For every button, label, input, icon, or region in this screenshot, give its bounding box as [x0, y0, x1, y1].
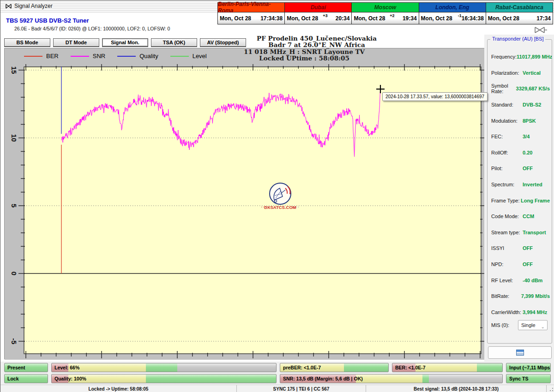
- satellite-dish-icon: [533, 25, 548, 35]
- transponder-row: FEC:3/4: [491, 129, 550, 145]
- clock-date: Mon, Oct 28: [488, 15, 519, 22]
- transponder-row: RF Level:-40 dBm: [491, 272, 550, 288]
- meter-view-icon: [516, 350, 524, 356]
- lock-meter: Lock: [4, 374, 48, 383]
- clock-dubai: Dubai Mon, Oct 28 +3 20:34: [285, 3, 352, 24]
- meter-area: Present Level: 66% preBER: <1.0E-7 BER: …: [0, 362, 554, 385]
- clock-city-label: Dubai: [285, 3, 351, 12]
- status-best-signal: Best signal: 13,5 dB (2024-10-28 17:33): [366, 385, 547, 392]
- statusbar: Locked -> Uptime: 58:08:05 SYNC 175 | TE…: [0, 385, 554, 392]
- legend-item-quality: Quality: [117, 53, 158, 59]
- transponder-row: Code Mode:CCM: [491, 208, 550, 225]
- transponder-row: Modulation:8PSK: [491, 113, 550, 129]
- clock-city-label: Moscow: [352, 3, 418, 12]
- window-title: Signal Analyzer: [14, 3, 53, 9]
- chart-legend: BER SNR Quality Level: [24, 53, 207, 59]
- meter-view-button[interactable]: [488, 346, 552, 359]
- transponder-row: Polarization:Vertical: [491, 65, 550, 81]
- clock-utc-offset: +3: [323, 13, 327, 18]
- y-axis-tick-label: -5: [6, 335, 18, 347]
- value-tooltip: 2024-10-28 17.33.57, value: 13,600000381…: [382, 92, 488, 101]
- transponder-row: Pilot:OFF: [491, 160, 550, 177]
- transponder-row: Frame Type:Long Frame: [491, 192, 550, 208]
- meter-row-2: Lock Quality: 100% SNR: 13,5 dB (Margin:…: [4, 374, 551, 383]
- transponder-row: Frequency:11017,899 MHz: [491, 49, 550, 65]
- clock-utc-offset: -1: [458, 13, 462, 18]
- quality-meter: Quality: 100%: [51, 374, 277, 383]
- mis-dropdown[interactable]: Single ⌄: [518, 320, 548, 330]
- bs-mode-button[interactable]: BS Mode: [4, 38, 50, 47]
- transponder-title: Transponder (AU) [BS]: [490, 36, 545, 42]
- signal-analyzer-window: Signal Analyzer TBS 5927 USB DVB-S2 Tune…: [0, 0, 554, 392]
- transponder-row: Standard:DVB-S2: [491, 97, 550, 113]
- legend-item-ber: BER: [24, 53, 59, 59]
- level-meter: Level: 66%: [51, 363, 277, 372]
- meter-row-1: Present Level: 66% preBER: <1.0E-7 BER: …: [4, 363, 551, 372]
- dt-mode-button[interactable]: DT Mode: [53, 38, 99, 47]
- signal-chart[interactable]: BER SNR Quality Level 15 10 5 0 -5 2024-…: [4, 48, 484, 359]
- status-sync: SYNC 175 | TEI 6 | CC 567: [237, 385, 366, 392]
- transponder-row: NPD:OFF: [491, 256, 550, 273]
- header-line1: PF Prodelin 450_Lučenec/Slovakia: [197, 35, 437, 42]
- y-axis-tick-label: 0: [6, 267, 18, 279]
- clock-time: 16:34:38: [462, 15, 484, 22]
- header-line2: Badr 7 at 26.0°E_NW Africa: [197, 42, 437, 48]
- chart-header-top: PF Prodelin 450_Lučenec/Slovakia Badr 7 …: [197, 35, 437, 48]
- quality-line-swatch: [117, 56, 136, 57]
- satellite-dish-icon: [5, 3, 12, 10]
- y-axis-tick-label: 15: [6, 64, 18, 76]
- preber-meter: preBER: <1.0E-7: [280, 363, 389, 372]
- clock-rabat: Rabat-Casablanca Mon, Oct 28 17:34: [486, 3, 553, 24]
- y-axis-tick-label: 5: [6, 200, 18, 212]
- chart-header-bottom: 11 018 MHz_H : SNRT Layoune TV Locked UP…: [184, 48, 424, 61]
- transponder-groupbox: Transponder (AU) [BS] Frequency:11017,89…: [487, 39, 552, 344]
- ber-line-swatch: [24, 56, 42, 57]
- snr-line-swatch: [71, 56, 89, 57]
- clock-time: 20:34: [336, 15, 350, 22]
- tuner-title: TBS 5927 USB DVB-S2 Tuner: [6, 17, 89, 24]
- tsa-button[interactable]: TSA (OK): [151, 38, 197, 47]
- syncts-meter: Sync TS: [506, 374, 551, 383]
- header-line3: 11 018 MHz_H : SNRT Layoune TV: [184, 48, 424, 55]
- clock-city-label: Berlin-Paris-Vienna-Roma: [218, 3, 284, 12]
- transponder-row: RollOff:0.20: [491, 145, 550, 161]
- world-clocks: Berlin-Paris-Vienna-Roma Mon, Oct 28 17:…: [217, 2, 553, 24]
- clock-date: Mon, Oct 28: [287, 15, 318, 22]
- signal-mon-button[interactable]: Signal Mon.: [102, 38, 148, 47]
- transponder-row: Spectrum:Inverted: [491, 177, 550, 193]
- transponder-rows: Frequency:11017,899 MHz Polarization:Ver…: [491, 49, 550, 320]
- transponder-row: CarrierWidth:3,994 MHz: [491, 304, 550, 321]
- input-meter: Input (~7,11 Mbps): [506, 363, 551, 372]
- clock-city-label: Rabat-Casablanca: [486, 3, 553, 12]
- tuner-config: 26.0E - Badr 4/5/6/7 (ID: 0260) @ LOF1: …: [14, 26, 170, 31]
- svg-text:DXSATCS.COM: DXSATCS.COM: [264, 205, 296, 210]
- transponder-row: BitRate:7,399 Mbit/s: [491, 288, 550, 304]
- chevron-down-icon: ⌄: [541, 322, 545, 332]
- snr-meter: SNR: 13,5 dB (Margin: 5,6 dB | OK): [280, 374, 503, 383]
- clock-london: London, Eng Mon, Oct 28 -1 16:34:38: [419, 3, 486, 24]
- status-uptime: Locked -> Uptime: 58:08:05: [0, 385, 237, 392]
- present-meter: Present: [4, 363, 48, 372]
- ber-meter: BER: <1.0E-7: [392, 363, 503, 372]
- clock-time: 17:34: [536, 15, 551, 22]
- clock-date: Mon, Oct 28: [220, 15, 251, 22]
- legend-item-snr: SNR: [71, 53, 105, 59]
- clock-time: 19:34: [403, 15, 417, 22]
- dxsatcs-watermark-logo: DXSATCS.COM: [261, 182, 299, 212]
- clock-utc-offset: +2: [390, 13, 394, 18]
- transponder-row: ISSYIOFF: [491, 240, 550, 256]
- transponder-row: Symbol Rate:3329,687 KS/s: [491, 81, 550, 97]
- header-line4: Locked UPtime : 58:08:05: [184, 55, 424, 61]
- clock-moscow: Moscow Mon, Oct 28 +2 19:34: [352, 3, 419, 24]
- transponder-row: Stream type:Transport: [491, 225, 550, 241]
- clock-date: Mon, Oct 28: [421, 15, 452, 22]
- clock-date: Mon, Oct 28: [354, 15, 385, 22]
- resize-grip[interactable]: [548, 386, 554, 392]
- clock-city-label: London, Eng: [419, 3, 486, 12]
- clock-time: 17:34:38: [260, 15, 283, 22]
- mis-row: MIS (0): Single ⌄: [491, 320, 549, 330]
- clock-berlin: Berlin-Paris-Vienna-Roma Mon, Oct 28 17:…: [218, 3, 285, 24]
- y-axis-tick-label: 10: [6, 132, 18, 144]
